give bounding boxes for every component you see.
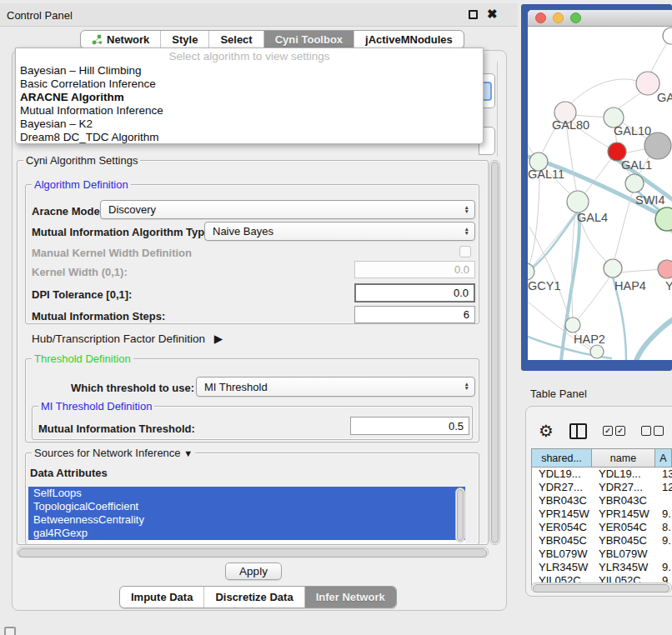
list-item[interactable]: SelfLoops	[28, 487, 465, 500]
list-scrollbar[interactable]	[455, 488, 465, 542]
table-row[interactable]: YBR043CYBR043C	[532, 494, 672, 508]
aracne-mode-combo[interactable]: Discovery ▲▼	[100, 200, 475, 219]
dpi-tolerance-label: DPI Tolerance [0,1]:	[32, 288, 132, 301]
app-root: Control Panel ✖ Network Style Select Cyn…	[0, 0, 672, 635]
table-horizontal-scrollbar[interactable]	[531, 582, 672, 592]
expanded-arrow-icon: ▼	[183, 448, 193, 458]
network-window: GAL GAL80 GAL10 GAL1 GAL11 SWI4 GAL4 GCY…	[528, 10, 672, 360]
data-attributes-list: SelfLoops TopologicalCoefficient Between…	[28, 487, 465, 543]
close-window-icon[interactable]	[535, 12, 546, 23]
node-label: Y	[665, 279, 672, 292]
dropdown-item[interactable]: Dream8 DC_TDC Algorithm	[16, 131, 483, 144]
network-node[interactable]	[636, 72, 659, 95]
table-row[interactable]: YBL079WYBL079W	[532, 548, 672, 561]
cyni-algorithm-settings-title: Cyni Algorithm Settings	[23, 154, 140, 167]
threshold-definition-title: Threshold Definition	[32, 352, 133, 365]
control-panel-titlebar	[0, 3, 518, 27]
hidden-groupbox-edge	[497, 62, 498, 157]
collapsed-arrow-icon: ▶	[214, 332, 223, 345]
column-header-partial[interactable]: A	[655, 449, 672, 467]
dpi-tolerance-field[interactable]: 0.0	[354, 283, 475, 302]
tab-discretize-data[interactable]: Discretize Data	[203, 587, 303, 608]
deselect-all-columns-icon[interactable]	[641, 426, 664, 436]
node-label: GAL80	[552, 118, 589, 132]
cyni-bottom-tabs: Impute Data Discretize Data Infer Networ…	[119, 586, 397, 608]
mi-algorithm-type-combo[interactable]: Naive Bayes ▲▼	[204, 222, 475, 241]
table-panel-title: Table Panel	[530, 388, 587, 400]
node-table: shared... name A YDL19...YDL19...13 YDR2…	[531, 448, 672, 588]
dropdown-item[interactable]: Bayesian – Hill Climbing	[16, 64, 483, 78]
network-node-gal1[interactable]	[625, 174, 644, 192]
network-canvas[interactable]: GAL GAL80 GAL10 GAL1 GAL11 SWI4 GAL4 GCY…	[528, 27, 672, 360]
table-row[interactable]: YPR145WYPR145W9.	[532, 508, 672, 521]
tab-impute-data[interactable]: Impute Data	[120, 587, 203, 608]
control-panel-tabs: Network Style Select Cyni Toolbox jActiv…	[80, 30, 464, 49]
settings-vertical-scrollbar[interactable]	[489, 160, 500, 545]
mi-steps-label: Mutual Information Steps:	[32, 310, 165, 322]
algorithm-dropdown-popup: Select algorithm to view settings Bayesi…	[15, 48, 484, 144]
network-node[interactable]	[663, 28, 672, 44]
table-row[interactable]: YER054CYER054C8.	[532, 521, 672, 534]
float-panel-icon[interactable]	[469, 10, 478, 19]
combo-arrows-icon: ▲▼	[464, 382, 474, 390]
settings-horizontal-scrollbar[interactable]	[17, 547, 489, 558]
node-label: SWI4	[635, 193, 664, 207]
tab-cyni-toolbox[interactable]: Cyni Toolbox	[263, 31, 354, 48]
network-node[interactable]	[658, 260, 672, 278]
tab-select[interactable]: Select	[208, 31, 263, 48]
tab-infer-network[interactable]: Infer Network	[304, 587, 396, 608]
tab-network[interactable]: Network	[81, 31, 160, 48]
table-row[interactable]: YLR345WYLR345W9.	[532, 561, 672, 574]
network-graph-icon	[92, 34, 103, 45]
node-label: HAP4	[614, 279, 646, 292]
list-item[interactable]: gal4RGexp	[28, 527, 465, 540]
kernel-width-label: Kernel Width (0,1):	[32, 266, 128, 278]
table-row[interactable]: YDR27...YDR27...12	[532, 481, 672, 494]
dropdown-item[interactable]: Bayesian – K2	[16, 118, 483, 131]
network-node-swi4[interactable]	[655, 208, 672, 231]
algorithm-definition-title: Algorithm Definition	[32, 178, 131, 191]
dropdown-item[interactable]: Mutual Information Inference	[16, 104, 483, 118]
column-header-name[interactable]: name	[592, 449, 655, 467]
node-label: GAL	[657, 91, 672, 104]
kernel-width-field[interactable]: 0.0	[354, 261, 475, 278]
tab-style[interactable]: Style	[160, 31, 208, 48]
list-item[interactable]: TopologicalCoefficient	[28, 500, 465, 513]
manual-kernel-width-label: Manual Kernel Width Definition	[32, 247, 192, 259]
table-settings-gear-icon[interactable]: ⚙	[539, 422, 554, 439]
sources-title[interactable]: Sources for Network Inference ▼	[32, 447, 195, 459]
network-node-hap4[interactable]	[604, 259, 622, 278]
mi-threshold-label: Mutual Information Threshold:	[38, 422, 195, 435]
minimized-panel-icon[interactable]	[4, 627, 16, 635]
dropdown-prompt: Select algorithm to view settings	[16, 48, 483, 64]
which-threshold-combo[interactable]: MI Threshold ▲▼	[196, 377, 475, 397]
data-attributes-label: Data Attributes	[30, 467, 108, 479]
dropdown-item[interactable]: Basic Correlation Inference	[16, 78, 483, 91]
zoom-window-icon[interactable]	[570, 12, 581, 23]
network-window-titlebar[interactable]	[528, 10, 672, 27]
table-panel-toolbar: ⚙ ✓✓	[539, 422, 672, 439]
column-header-shared-name[interactable]: shared...	[532, 449, 592, 467]
minimize-window-icon[interactable]	[553, 12, 564, 23]
network-node-hap2[interactable]	[565, 318, 580, 332]
close-panel-icon[interactable]: ✖	[487, 7, 498, 22]
table-row[interactable]: YDL19...YDL19...13	[532, 468, 672, 481]
split-columns-icon[interactable]	[569, 423, 587, 439]
network-node-gal4[interactable]	[567, 191, 589, 212]
select-all-columns-icon[interactable]: ✓✓	[603, 426, 625, 436]
mi-threshold-field[interactable]: 0.5	[350, 417, 469, 435]
combo-arrows-icon: ▲▼	[464, 228, 474, 235]
hub-tf-definition-toggle[interactable]: Hub/Transcription Factor Definition ▶	[32, 332, 223, 345]
apply-button[interactable]: Apply	[225, 562, 282, 580]
dropdown-item-selected[interactable]: ARACNE Algorithm	[16, 91, 483, 104]
node-label: GAL4	[577, 211, 608, 224]
tab-jactivemnodules[interactable]: jActiveMNodules	[354, 31, 464, 48]
table-row[interactable]: YBR045CYBR045C9.	[532, 534, 672, 548]
control-panel-title: Control Panel	[7, 9, 73, 22]
list-item[interactable]: BetweennessCentrality	[28, 513, 465, 527]
mi-steps-field[interactable]: 6	[354, 306, 475, 323]
network-node[interactable]	[590, 345, 604, 358]
mi-algorithm-type-label: Mutual Information Algorithm Type:	[32, 226, 214, 238]
aracne-mode-label: Aracne Mode:	[32, 205, 103, 218]
manual-kernel-width-checkbox[interactable]	[459, 246, 471, 258]
